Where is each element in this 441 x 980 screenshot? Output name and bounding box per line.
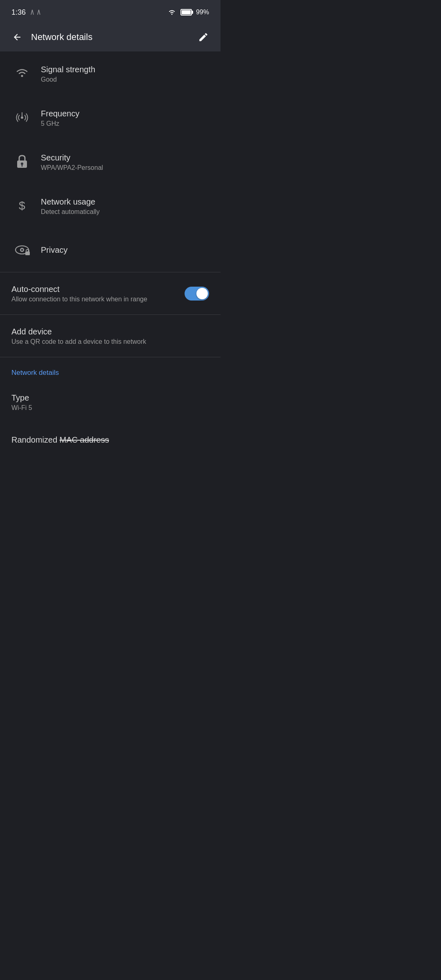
signal-strength-row[interactable]: Signal strength Good [0, 51, 220, 96]
signal-strength-icon-container [11, 63, 33, 84]
status-bar: 1:36 99% [0, 0, 220, 23]
auto-connect-toggle[interactable] [185, 287, 209, 301]
type-subtitle: Wi-Fi 5 [11, 404, 209, 412]
network-usage-row[interactable]: $ Network usage Detect automatically [0, 184, 220, 228]
wifi-status-icon [167, 9, 176, 16]
security-subtitle: WPA/WPA2-Personal [41, 164, 103, 172]
frequency-subtitle: 5 GHz [41, 120, 80, 127]
frequency-text: Frequency 5 GHz [41, 108, 80, 127]
mac-address-row: Randomized MAC address [0, 423, 220, 457]
edit-button[interactable] [194, 28, 212, 46]
security-icon-container [11, 151, 33, 172]
time-display: 1:36 [11, 8, 26, 17]
back-button[interactable] [8, 28, 26, 46]
network-details-section-header: Network details [0, 357, 220, 381]
svg-point-1 [21, 75, 23, 77]
dollar-icon: $ [16, 199, 28, 213]
type-title: Type [11, 392, 209, 403]
add-device-row[interactable]: Add device Use a QR code to add a device… [0, 315, 220, 357]
frequency-row[interactable]: Frequency 5 GHz [0, 96, 220, 140]
signal-strength-text: Signal strength Good [41, 64, 95, 83]
status-right: 99% [167, 9, 209, 16]
network-usage-title: Network usage [41, 196, 100, 207]
network-usage-icon-container: $ [11, 195, 33, 216]
frequency-title: Frequency [41, 108, 80, 119]
status-left: 1:36 [11, 8, 41, 17]
privacy-title: Privacy [41, 245, 68, 255]
frequency-icon [15, 110, 29, 125]
type-row: Type Wi-Fi 5 [0, 381, 220, 423]
security-row[interactable]: Security WPA/WPA2-Personal [0, 140, 220, 184]
signal-strength-icon [15, 67, 29, 80]
page-title: Network details [31, 32, 194, 42]
network-usage-subtitle: Detect automatically [41, 208, 100, 216]
svg-point-0 [172, 14, 173, 15]
signal-arrow-2 [36, 9, 41, 16]
auto-connect-row[interactable]: Auto-connect Allow connection to this ne… [0, 272, 220, 314]
network-usage-text: Network usage Detect automatically [41, 196, 100, 216]
frequency-icon-container [11, 107, 33, 128]
content: Signal strength Good Frequency 5 GHz [0, 51, 220, 457]
edit-icon [198, 32, 209, 42]
privacy-text: Privacy [41, 245, 68, 255]
signal-strength-subtitle: Good [41, 76, 95, 83]
security-title: Security [41, 152, 103, 163]
auto-connect-text: Auto-connect Allow connection to this ne… [11, 284, 185, 303]
mac-address-title: Randomized MAC address [11, 434, 209, 445]
privacy-row[interactable]: Privacy [0, 228, 220, 272]
back-arrow-icon [12, 32, 22, 42]
mac-address-title-normal: Randomized [11, 435, 60, 444]
signal-strength-title: Signal strength [41, 64, 95, 75]
svg-rect-11 [25, 252, 30, 255]
add-device-subtitle: Use a QR code to add a device to this ne… [11, 338, 209, 345]
toggle-knob [196, 288, 208, 299]
battery-fill [182, 10, 191, 14]
auto-connect-title: Auto-connect [11, 284, 176, 294]
lock-icon [16, 154, 29, 169]
security-text: Security WPA/WPA2-Personal [41, 152, 103, 172]
mac-address-title-strikethrough: MAC address [60, 435, 109, 444]
svg-point-10 [21, 249, 23, 251]
app-bar: Network details [0, 23, 220, 51]
privacy-icon-container [11, 239, 33, 261]
battery-icon [180, 9, 192, 16]
auto-connect-subtitle: Allow connection to this network when in… [11, 296, 176, 303]
battery-percent: 99% [196, 9, 209, 16]
signal-arrow-1 [30, 9, 35, 16]
add-device-title: Add device [11, 326, 209, 337]
signal-arrows [30, 9, 41, 16]
privacy-icon [13, 243, 31, 257]
svg-text:$: $ [19, 199, 25, 212]
